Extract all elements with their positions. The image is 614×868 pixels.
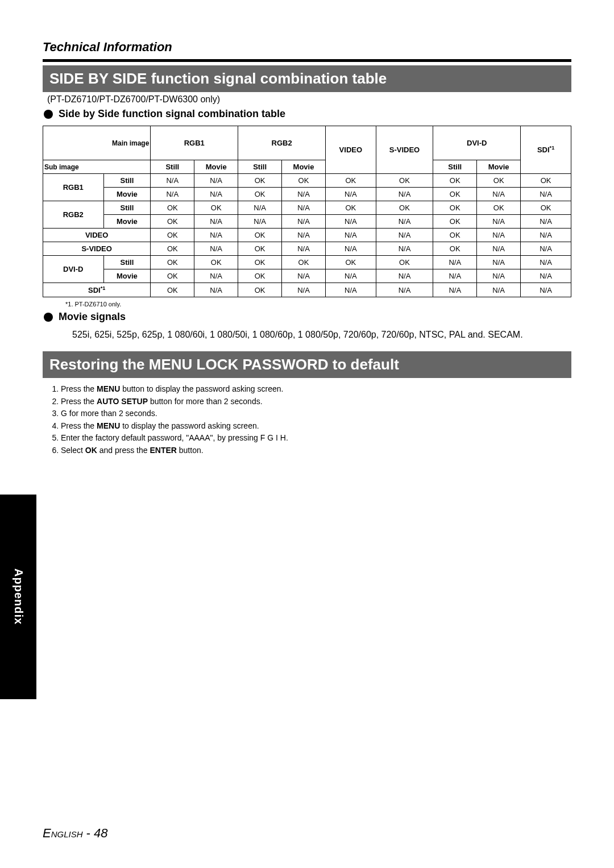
table-cell: OK	[376, 201, 433, 215]
table-cell: OK	[433, 242, 477, 256]
step-item: Enter the factory default password, "AAA…	[61, 433, 571, 444]
table-cell: OK	[238, 242, 282, 256]
table-cell: N/A	[376, 188, 433, 201]
col-rgb2-still: Still	[238, 160, 282, 174]
row-group: RGB1	[43, 174, 104, 201]
model-note: (PT-DZ6710/PT-DZ6700/PT-DW6300 only)	[47, 94, 571, 105]
table-cell: OK	[238, 229, 282, 242]
table-cell: N/A	[376, 215, 433, 229]
col-rgb2-movie: Movie	[282, 160, 326, 174]
table-cell: N/A	[477, 242, 521, 256]
col-rgb2: RGB2	[238, 126, 326, 160]
password-steps: Press the MENU button to display the pas…	[61, 384, 571, 456]
row-sub: Movie	[103, 215, 151, 229]
table-cell: OK	[151, 215, 194, 229]
table-cell: N/A	[194, 283, 238, 297]
table-cell: N/A	[325, 283, 376, 297]
table-cell: OK	[477, 201, 521, 215]
page-footer: English - 48	[43, 826, 108, 841]
table-cell: N/A	[521, 215, 571, 229]
table-cell: N/A	[477, 256, 521, 269]
table-cell: N/A	[477, 283, 521, 297]
bullet-icon	[44, 110, 53, 119]
row-group: S-VIDEO	[43, 242, 151, 256]
table-cell: OK	[282, 256, 326, 269]
bullet-sbs-table: Side by Side function signal combination…	[44, 108, 571, 120]
table-cell: OK	[433, 229, 477, 242]
col-dvid-movie: Movie	[477, 160, 521, 174]
table-cell: OK	[151, 283, 194, 297]
table-footnote: *1. PT-DZ6710 only.	[65, 301, 571, 308]
row-sub: Movie	[103, 188, 151, 201]
table-cell: N/A	[325, 269, 376, 283]
table-cell: OK	[477, 174, 521, 188]
row-sub: Still	[103, 256, 151, 269]
table-cell: OK	[194, 256, 238, 269]
section-banner-password: Restoring the MENU LOCK PASSWORD to defa…	[43, 351, 571, 378]
main-image-header: Main image	[43, 126, 151, 160]
table-cell: OK	[194, 201, 238, 215]
step-item: G for more than 2 seconds.	[61, 408, 571, 420]
movie-signals-text: 525i, 625i, 525p, 625p, 1 080/60i, 1 080…	[72, 329, 571, 341]
step-item: Select OK and press the ENTER button.	[61, 445, 571, 456]
table-cell: OK	[282, 174, 326, 188]
table-cell: N/A	[282, 215, 326, 229]
table-cell: N/A	[433, 283, 477, 297]
table-cell: OK	[521, 174, 571, 188]
table-cell: N/A	[521, 283, 571, 297]
table-cell: OK	[376, 174, 433, 188]
table-cell: N/A	[282, 269, 326, 283]
table-cell: N/A	[521, 256, 571, 269]
table-cell: N/A	[194, 242, 238, 256]
row-group: DVI-D	[43, 256, 104, 283]
table-cell: N/A	[325, 242, 376, 256]
table-cell: N/A	[151, 174, 194, 188]
table-cell: N/A	[433, 256, 477, 269]
col-rgb1-still: Still	[151, 160, 194, 174]
table-cell: N/A	[433, 269, 477, 283]
table-cell: OK	[151, 229, 194, 242]
table-cell: N/A	[238, 201, 282, 215]
table-cell: N/A	[521, 269, 571, 283]
table-cell: N/A	[282, 229, 326, 242]
table-cell: N/A	[194, 174, 238, 188]
table-cell: N/A	[282, 201, 326, 215]
table-cell: OK	[238, 269, 282, 283]
table-cell: N/A	[238, 215, 282, 229]
bullet-movie-signals: Movie signals	[44, 311, 571, 323]
table-cell: OK	[433, 174, 477, 188]
section-banner-sbs: SIDE BY SIDE function signal combination…	[43, 65, 571, 92]
col-dvid-still: Still	[433, 160, 477, 174]
row-group: VIDEO	[43, 229, 151, 242]
table-cell: N/A	[282, 283, 326, 297]
table-cell: OK	[238, 188, 282, 201]
table-cell: OK	[376, 256, 433, 269]
table-cell: N/A	[477, 269, 521, 283]
table-cell: OK	[151, 201, 194, 215]
table-cell: N/A	[477, 215, 521, 229]
table-cell: N/A	[282, 188, 326, 201]
col-rgb1-movie: Movie	[194, 160, 238, 174]
side-tab-label: Appendix	[12, 568, 25, 625]
col-rgb1: RGB1	[151, 126, 238, 160]
page-heading: Technical Information	[43, 40, 571, 55]
table-cell: N/A	[194, 229, 238, 242]
table-cell: OK	[433, 201, 477, 215]
col-dvid: DVI-D	[433, 126, 521, 160]
table-cell: OK	[238, 174, 282, 188]
col-video: VIDEO	[325, 126, 376, 174]
row-sub: Movie	[103, 269, 151, 283]
row-sub: Still	[103, 174, 151, 188]
row-sub: Still	[103, 201, 151, 215]
table-cell: N/A	[477, 229, 521, 242]
table-cell: OK	[151, 242, 194, 256]
table-cell: N/A	[151, 188, 194, 201]
table-cell: N/A	[194, 215, 238, 229]
step-item: Press the AUTO SETUP button for more tha…	[61, 396, 571, 408]
table-cell: N/A	[194, 188, 238, 201]
table-cell: OK	[325, 256, 376, 269]
table-cell: N/A	[477, 188, 521, 201]
table-cell: N/A	[194, 269, 238, 283]
sub-image-header: Sub image	[43, 160, 151, 174]
table-cell: OK	[325, 174, 376, 188]
